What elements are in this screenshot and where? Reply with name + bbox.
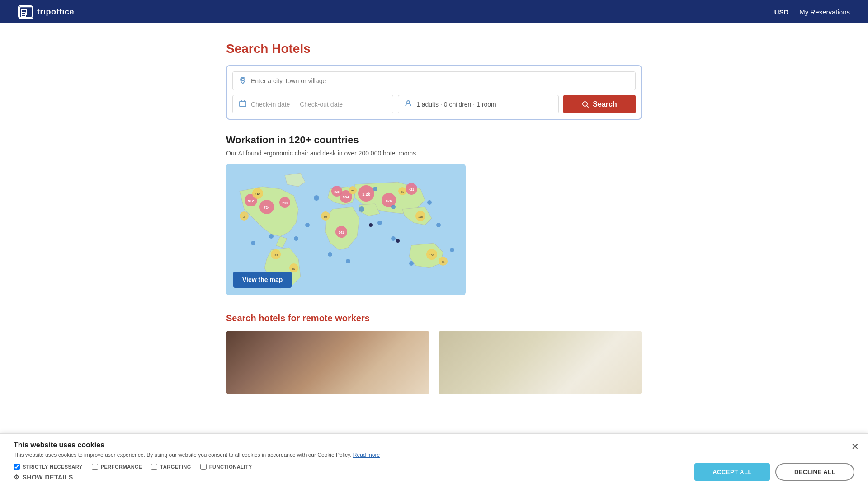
logo-area[interactable]: tripoffice xyxy=(18,5,74,18)
svg-text:142: 142 xyxy=(255,192,260,196)
guests-icon xyxy=(405,100,412,108)
svg-point-60 xyxy=(251,241,255,245)
search-icon xyxy=(582,101,589,108)
svg-text:156: 156 xyxy=(429,253,434,257)
svg-text:89: 89 xyxy=(324,216,327,218)
workation-subtitle: Our AI found ergonomic chair and desk in… xyxy=(226,150,642,157)
svg-text:87: 87 xyxy=(292,267,296,270)
svg-text:584: 584 xyxy=(343,195,349,199)
reservations-link[interactable]: My Reservations xyxy=(799,8,850,16)
svg-text:76: 76 xyxy=(351,190,354,192)
svg-point-54 xyxy=(305,223,310,227)
svg-point-50 xyxy=(359,206,364,212)
svg-point-52 xyxy=(436,223,441,227)
header-right: USD My Reservations xyxy=(774,8,850,16)
svg-point-58 xyxy=(391,236,396,241)
hotel-card-1[interactable] xyxy=(226,331,429,394)
svg-text:326: 326 xyxy=(334,190,340,193)
svg-point-63 xyxy=(369,223,373,227)
date-picker[interactable]: Check-in date — Check-out date xyxy=(232,95,393,113)
page-title-plain: Search xyxy=(226,42,272,56)
logo-icon xyxy=(18,5,33,18)
search-location-field[interactable] xyxy=(232,71,636,90)
hotel-card-1-image xyxy=(226,331,429,394)
guests-value: 1 adults · 0 children · 1 room xyxy=(416,101,496,108)
svg-point-53 xyxy=(377,221,382,225)
svg-text:512: 512 xyxy=(248,199,254,203)
svg-point-51 xyxy=(427,200,432,205)
search-button-label: Search xyxy=(593,100,617,108)
hotel-card-2-image xyxy=(439,331,642,394)
search-button[interactable]: Search xyxy=(563,95,636,113)
svg-text:341: 341 xyxy=(339,231,344,234)
svg-text:421: 421 xyxy=(409,188,414,191)
workers-title-plain: Search hotels for xyxy=(226,313,302,323)
main-content: Search Hotels Check- xyxy=(217,23,651,412)
workation-title: Workation in 120+ countries xyxy=(226,134,642,146)
guests-selector[interactable]: 1 adults · 0 children · 1 room xyxy=(398,95,559,113)
svg-text:1.2k: 1.2k xyxy=(362,192,371,197)
workers-section-title: Search hotels for remote workers xyxy=(226,313,642,324)
svg-point-62 xyxy=(409,261,414,266)
workers-title-highlight: remote workers xyxy=(302,313,370,323)
svg-text:288: 288 xyxy=(282,202,288,205)
svg-point-56 xyxy=(328,252,332,257)
page-title-highlight: Hotels xyxy=(272,42,311,56)
svg-point-57 xyxy=(346,259,350,263)
svg-text:876: 876 xyxy=(386,199,392,203)
page-title: Search Hotels xyxy=(226,42,642,56)
world-map[interactable]: 1.2k 584 326 876 421 724 512 288 341 142… xyxy=(226,164,466,295)
svg-point-55 xyxy=(294,236,298,241)
hotel-card-2[interactable] xyxy=(439,331,642,394)
svg-text:71: 71 xyxy=(401,191,404,193)
hotel-cards-row xyxy=(226,331,642,394)
svg-point-47 xyxy=(314,195,319,201)
svg-point-64 xyxy=(396,239,400,243)
search-row: Check-in date — Check-out date 1 adults … xyxy=(232,95,636,113)
calendar-icon xyxy=(239,100,246,108)
svg-point-48 xyxy=(373,187,377,191)
svg-text:724: 724 xyxy=(264,206,270,210)
svg-point-2 xyxy=(241,78,244,81)
dates-placeholder: Check-in date — Check-out date xyxy=(251,101,343,108)
currency-selector[interactable]: USD xyxy=(774,8,789,16)
header: tripoffice USD My Reservations xyxy=(0,0,868,23)
svg-point-61 xyxy=(269,234,274,239)
view-map-button[interactable]: View the map xyxy=(233,272,292,288)
search-box: Check-in date — Check-out date 1 adults … xyxy=(226,65,642,120)
svg-point-49 xyxy=(391,205,396,209)
location-icon xyxy=(239,76,246,85)
svg-point-59 xyxy=(450,248,454,252)
svg-rect-3 xyxy=(240,101,246,107)
svg-text:124: 124 xyxy=(274,254,278,257)
svg-text:118: 118 xyxy=(418,216,423,218)
logo-text: tripoffice xyxy=(37,7,74,17)
svg-text:98: 98 xyxy=(243,216,246,218)
svg-rect-1 xyxy=(21,13,26,17)
svg-text:94: 94 xyxy=(442,261,445,263)
location-input[interactable] xyxy=(251,77,629,84)
